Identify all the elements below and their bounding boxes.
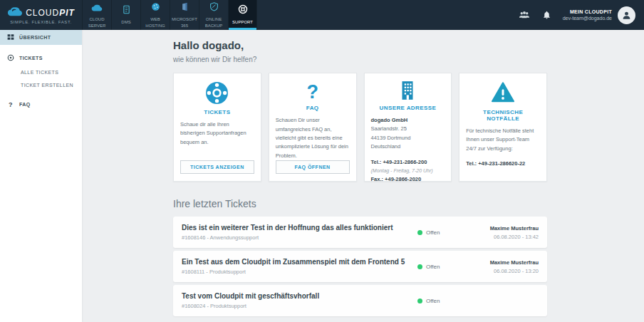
tickets-section-heading: Ihre letzten Tickets (173, 198, 547, 209)
sidebar-item-faq[interactable]: ? FAQ (0, 97, 82, 112)
main-navigation: CLOUD SERVER DMS WEB HOSTING MICROSOFT 3… (82, 0, 257, 30)
grid-icon (7, 33, 14, 41)
globe-icon (151, 1, 160, 14)
nav-item-cloud-server[interactable]: CLOUD SERVER (82, 0, 111, 30)
ticket-status: Offen (417, 264, 450, 270)
ticket-meta: #1608111 - Produktsupport (182, 269, 417, 275)
question-mark-icon: ? (7, 101, 14, 108)
card-title: TECHNISCHE NOTFÄLLE (466, 109, 540, 122)
topbar-actions: MEIN CLOUDPIT dev-team@dogado.de (518, 0, 644, 30)
card-text: Schaue dir alle Ihren bisherigen Support… (180, 120, 254, 147)
card-title: TICKETS (180, 109, 254, 115)
ticket-status: Offen (417, 298, 450, 304)
ticket-row[interactable]: Dies ist ein weiterer Test in der Hoffnu… (173, 217, 547, 248)
emergency-tel: Tel.: +49-231-286620-22 (466, 160, 540, 168)
ticket-title: Test vom Cloudpit mit gescfhäftsvhorfall (182, 292, 417, 300)
sidebar-item-ticket-erstellen[interactable]: TICKET ERSTELLEN (0, 78, 82, 91)
ticket-author: Maxime Musterfrau (450, 259, 539, 266)
shield-icon (209, 1, 219, 14)
address-hours: (Montag - Freitag, 7-20 Uhr) (371, 167, 445, 175)
top-navbar: CLOUDPIT SIMPLE. FLEXIBLE. FAST. CLOUD S… (0, 0, 644, 30)
microsoft-icon (180, 1, 189, 14)
nav-item-support[interactable]: SUPPORT (228, 0, 257, 30)
sidebar-item-alle-tickets[interactable]: ALLE TICKETS (0, 66, 82, 78)
card-text: Für technische Notfälle steht Ihnen unse… (466, 127, 540, 153)
quick-cards: TICKETS Schaue dir alle Ihren bisherigen… (173, 73, 547, 182)
address-country: Deutschland (371, 142, 445, 151)
status-dot-icon (417, 264, 422, 269)
nav-item-dms[interactable]: DMS (111, 0, 140, 30)
warning-icon (491, 82, 515, 106)
ticket-title: Ein Test aus dem Cloudpit im Zusammenspi… (182, 258, 417, 266)
sidebar: ÜBERSICHT TICKETS ALLE TICKETS TICKET ER… (0, 30, 82, 322)
faq-oeffnen-button[interactable]: FAQ ÖFFNEN (276, 160, 350, 174)
page-greeting: Hallo dogado, (173, 39, 547, 51)
ticket-date: 06.08.2020 - 13:20 (450, 268, 539, 274)
ticket-meta: #1608146 - Anwendungssupport (182, 234, 417, 241)
sidebar-item-tickets[interactable]: TICKETS (0, 51, 82, 66)
address-street: Saarlandstr. 25 (371, 125, 445, 133)
card-title: FAQ (276, 105, 350, 111)
address-tel: Tel.: +49-231-2866-200 (371, 158, 445, 167)
card-text: Schauen Dir unser umfangreiches FAQ an, … (276, 116, 350, 160)
ticket-row[interactable]: Ein Test aus dem Cloudpit im Zusammenspi… (173, 251, 547, 282)
lifebuoy-icon (205, 81, 229, 108)
main-area: Hallo dogado, wie können wir Dir helfen?… (82, 30, 644, 322)
lifebuoy-icon (7, 54, 14, 62)
cloud-logo-icon (7, 6, 23, 19)
cloud-icon (91, 1, 103, 14)
avatar[interactable] (618, 6, 635, 24)
card-tickets: TICKETS Schaue dir alle Ihren bisherigen… (173, 73, 261, 182)
card-notfaelle: TECHNISCHE NOTFÄLLE Für technische Notfä… (459, 73, 547, 182)
ticket-status: Offen (417, 229, 450, 236)
ticket-list: Dies ist ein weiterer Test in der Hoffnu… (173, 217, 547, 316)
lifebuoy-icon (238, 4, 248, 17)
card-title: UNSERE ADRESSE (371, 105, 445, 111)
nav-item-online-backup[interactable]: ONLINE BACKUP (199, 0, 228, 30)
brand-tagline: SIMPLE. FLEXIBLE. FAST. (10, 20, 72, 24)
user-title: MEIN CLOUDPIT (563, 9, 612, 14)
ticket-row[interactable]: Test vom Cloudpit mit gescfhäftsvhorfall… (173, 285, 547, 316)
brand-name: CLOUDPIT (26, 8, 75, 18)
ticket-date: 06.08.2020 - 13:42 (450, 234, 539, 240)
bell-icon[interactable] (542, 10, 551, 20)
nav-item-web-hosting[interactable]: WEB HOSTING (140, 0, 170, 30)
ticket-meta: #1608024 - Produktsupport (182, 303, 417, 309)
ticket-title: Dies ist ein weiterer Test in der Hoffnu… (182, 224, 417, 232)
cloudpit-logo[interactable]: CLOUDPIT SIMPLE. FLEXIBLE. FAST. (0, 0, 82, 30)
status-dot-icon (417, 230, 422, 235)
document-icon (122, 4, 131, 17)
address-company: dogado GmbH (371, 116, 445, 125)
address-fax: Fax.: +49-2866-2020 (371, 175, 445, 184)
building-icon (398, 80, 417, 104)
user-email: dev-team@dogado.de (563, 16, 612, 21)
tickets-anzeigen-button[interactable]: TICKETS ANZEIGEN (180, 160, 254, 174)
user-menu[interactable]: MEIN CLOUDPIT dev-team@dogado.de (563, 6, 635, 24)
card-faq: ? FAQ Schauen Dir unser umfangreiches FA… (269, 73, 357, 182)
address-city: 44139 Dortmund (371, 134, 445, 142)
question-mark-icon: ? (306, 81, 318, 103)
card-adresse: UNSERE ADRESSE dogado GmbH Saarlandstr. … (364, 73, 452, 182)
page-subgreeting: wie können wir Dir helfen? (173, 56, 547, 63)
group-icon[interactable] (518, 11, 531, 19)
sidebar-item-uebersicht[interactable]: ÜBERSICHT (0, 30, 82, 45)
nav-item-microsoft-365[interactable]: MICROSOFT 365 (170, 0, 199, 30)
status-dot-icon (417, 298, 422, 303)
ticket-author: Maxime Musterfrau (450, 225, 539, 232)
